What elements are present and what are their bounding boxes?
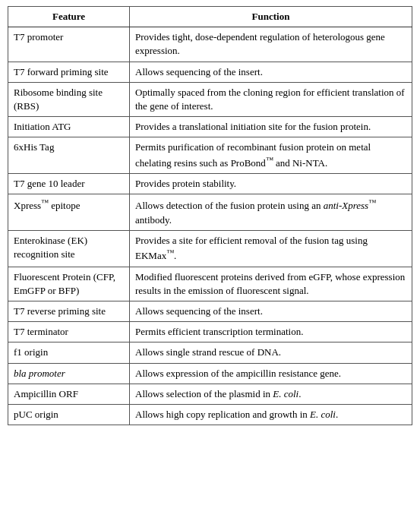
feature-cell: Xpress™ epitope [8,194,130,231]
function-cell: Provides a translational initiation site… [130,117,412,137]
function-cell: Optimally spaced from the cloning region… [130,82,412,116]
function-cell: Allows detection of the fusion protein u… [130,194,412,231]
feature-cell: f1 origin [8,342,130,363]
table-row: T7 promoterProvides tight, dose-dependen… [8,27,412,62]
function-cell: Provides protein stability. [130,174,412,194]
function-cell: Allows single strand rescue of DNA. [130,342,412,363]
function-cell: Provides a site for efficient removal of… [130,230,412,267]
feature-cell: T7 forward priming site [8,62,130,82]
function-cell: Modified fluorescent proteins derived fr… [130,267,412,301]
table-row: T7 gene 10 leaderProvides protein stabil… [8,174,412,194]
table-container: Feature Function T7 promoterProvides tig… [0,0,420,431]
feature-cell: bla promoter [8,363,130,384]
function-cell: Allows selection of the plasmid in E. co… [130,384,412,404]
table-row: Xpress™ epitopeAllows detection of the f… [8,194,412,231]
feature-cell: pUC origin [8,404,130,425]
table-row: Fluorescent Protein (CFP, EmGFP or BFP)M… [8,267,412,301]
table-row: 6xHis TagPermits purification of recombi… [8,137,412,174]
table-row: Enterokinase (EK) recognition siteProvid… [8,230,412,267]
table-row: pUC originAllows high copy replication a… [8,404,412,425]
function-cell: Allows expression of the ampicillin resi… [130,363,412,384]
col-header-function: Function [130,7,412,27]
function-cell: Allows sequencing of the insert. [130,301,412,321]
table-row: T7 reverse priming siteAllows sequencing… [8,301,412,321]
feature-cell: Enterokinase (EK) recognition site [8,230,130,267]
features-table: Feature Function T7 promoterProvides tig… [8,6,412,425]
function-cell: Permits efficient transcription terminat… [130,322,412,342]
feature-cell: T7 terminator [8,322,130,342]
table-row: T7 terminatorPermits efficient transcrip… [8,322,412,342]
table-row: Ribosome binding site (RBS)Optimally spa… [8,82,412,116]
table-row: f1 originAllows single strand rescue of … [8,342,412,363]
feature-cell: T7 gene 10 leader [8,174,130,194]
feature-cell: Ampicillin ORF [8,384,130,404]
table-row: Initiation ATGProvides a translational i… [8,117,412,137]
feature-cell: Ribosome binding site (RBS) [8,82,130,116]
feature-cell: T7 reverse priming site [8,301,130,321]
col-header-feature: Feature [8,7,130,27]
function-cell: Provides tight, dose-dependent regulatio… [130,27,412,62]
function-cell: Allows sequencing of the insert. [130,62,412,82]
table-row: Ampicillin ORFAllows selection of the pl… [8,384,412,404]
function-cell: Allows high copy replication and growth … [130,404,412,425]
table-row: T7 forward priming siteAllows sequencing… [8,62,412,82]
table-row: bla promoterAllows expression of the amp… [8,363,412,384]
table-header-row: Feature Function [8,7,412,27]
feature-cell: 6xHis Tag [8,137,130,174]
feature-cell: T7 promoter [8,27,130,62]
feature-cell: Initiation ATG [8,117,130,137]
function-cell: Permits purification of recombinant fusi… [130,137,412,174]
feature-cell: Fluorescent Protein (CFP, EmGFP or BFP) [8,267,130,301]
